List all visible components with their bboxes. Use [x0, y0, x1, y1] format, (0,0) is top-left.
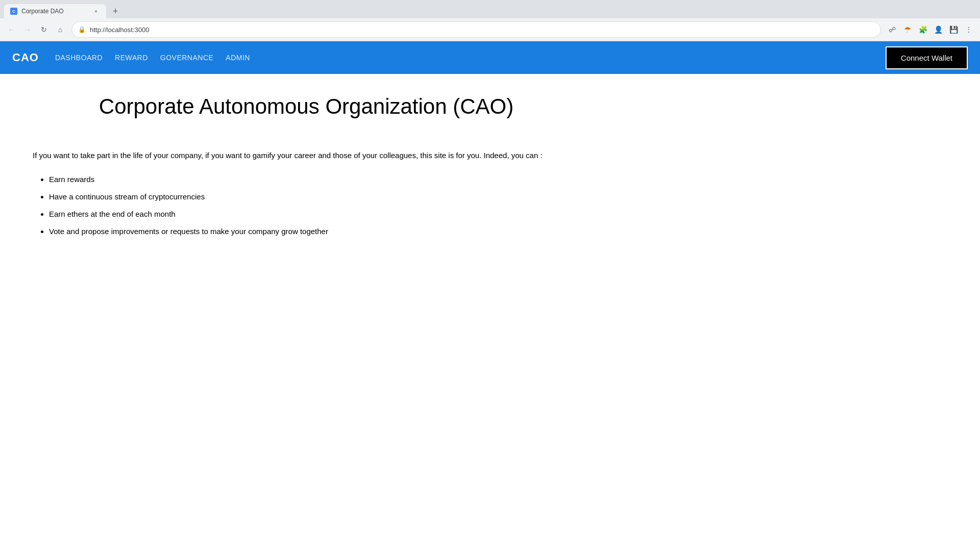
extensions-button[interactable]: 🧩: [916, 22, 930, 37]
nav-link-dashboard[interactable]: DASHBOARD: [55, 54, 103, 62]
refresh-button[interactable]: ↻: [37, 22, 51, 37]
back-button[interactable]: ←: [4, 22, 18, 37]
profile-button[interactable]: 👤: [931, 22, 945, 37]
list-item: Earn ethers at the end of each month: [49, 207, 580, 222]
connect-wallet-button[interactable]: Connect Wallet: [886, 46, 968, 69]
nav-link-governance[interactable]: GOVERNANCE: [160, 54, 214, 62]
forward-button[interactable]: →: [20, 22, 35, 37]
new-tab-button[interactable]: +: [108, 4, 122, 18]
nav-links: DASHBOARD REWARD GOVERNANCE ADMIN: [55, 54, 886, 62]
tab-favicon: C: [10, 8, 17, 15]
shield-icon: ☂: [904, 25, 911, 35]
favicon-text: C: [12, 9, 15, 14]
home-button[interactable]: ⌂: [53, 22, 67, 37]
browser-toolbar: ← → ↻ ⌂ 🔒 http://localhost:3000 ☍ ☂ 🧩 👤 …: [0, 18, 980, 41]
address-bar[interactable]: 🔒 http://localhost:3000: [71, 21, 881, 38]
save-page-button[interactable]: 💾: [946, 22, 961, 37]
tab-close-button[interactable]: ×: [92, 7, 100, 15]
features-list: Earn rewards Have a continuous stream of…: [33, 172, 580, 239]
nav-link-reward[interactable]: REWARD: [115, 54, 148, 62]
intro-text: If you want to take part in the life of …: [33, 149, 580, 162]
app-logo: CAO: [12, 51, 39, 64]
app-navbar: CAO DASHBOARD REWARD GOVERNANCE ADMIN Co…: [0, 41, 980, 74]
tab-title: Corporate DAO: [21, 8, 88, 15]
list-item: Vote and propose improvements or request…: [49, 224, 580, 239]
list-item: Have a continuous stream of cryptocurren…: [49, 189, 580, 204]
toolbar-actions: ☍ ☂ 🧩 👤 💾 ⋮: [885, 22, 976, 37]
nav-link-admin[interactable]: ADMIN: [226, 54, 250, 62]
shield-button[interactable]: ☂: [900, 22, 915, 37]
page-title: Corporate Autonomous Organization (CAO): [33, 94, 580, 119]
menu-button[interactable]: ⋮: [962, 22, 976, 37]
address-text: http://localhost:3000: [90, 26, 874, 34]
lock-icon: 🔒: [78, 26, 86, 33]
list-item: Earn rewards: [49, 172, 580, 187]
bookmark-button[interactable]: ☍: [885, 22, 899, 37]
active-tab[interactable]: C Corporate DAO ×: [4, 4, 106, 18]
browser-chrome: C Corporate DAO × + ← → ↻ ⌂ 🔒 http://loc…: [0, 0, 980, 41]
main-content: Corporate Autonomous Organization (CAO) …: [0, 74, 612, 262]
tab-bar: C Corporate DAO × +: [0, 0, 980, 18]
